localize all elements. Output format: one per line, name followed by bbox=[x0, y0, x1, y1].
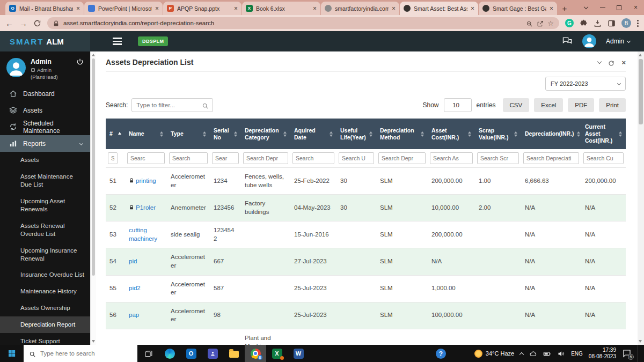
task-view-button[interactable] bbox=[137, 345, 159, 362]
column-header-asset-cost-inr[interactable]: Asset Cost(INR.) bbox=[428, 119, 475, 149]
sidebar-item-dashboard[interactable]: Dashboard bbox=[0, 85, 90, 102]
column-filter-input-9[interactable] bbox=[477, 152, 519, 164]
column-header-scrap-value-inr[interactable]: Scrap Value(INR.) bbox=[475, 119, 521, 149]
share-icon[interactable] bbox=[537, 20, 544, 27]
zoom-out-icon[interactable] bbox=[526, 20, 533, 27]
hamburger-menu-icon[interactable] bbox=[113, 38, 122, 45]
tab-close-icon[interactable]: × bbox=[155, 5, 159, 12]
sidebar-subitem-maintenance-history[interactable]: Maintenance History bbox=[0, 283, 90, 300]
browser-tab[interactable]: PAPQP Snap.pptx× bbox=[163, 2, 241, 15]
sort-icon[interactable] bbox=[514, 131, 517, 137]
taskbar-search[interactable] bbox=[24, 345, 137, 362]
show-desktop-button[interactable] bbox=[638, 345, 640, 362]
asset-name-link[interactable]: printing bbox=[136, 178, 156, 184]
tab-close-icon[interactable]: × bbox=[313, 5, 317, 12]
page-scrollbar[interactable] bbox=[638, 51, 644, 345]
pdf-export-button[interactable]: PDF bbox=[568, 98, 594, 112]
asset-name-link[interactable]: cutting machinery bbox=[129, 227, 157, 242]
column-header-depreciation-inr[interactable]: Depreciation(INR.) bbox=[521, 119, 581, 149]
tab-close-icon[interactable]: × bbox=[392, 5, 396, 12]
side-panel-icon[interactable] bbox=[608, 19, 616, 27]
tab-close-icon[interactable]: × bbox=[76, 5, 80, 12]
downloads-icon[interactable] bbox=[594, 19, 602, 27]
browser-tab[interactable]: XBook 6.xlsx× bbox=[242, 2, 320, 15]
sort-icon[interactable] bbox=[203, 131, 206, 137]
address-bar[interactable]: asset.smartfactoryindia.com/report-depre… bbox=[47, 17, 559, 29]
asset-name-link[interactable]: pid2 bbox=[129, 285, 141, 291]
panel-close-icon[interactable]: × bbox=[621, 59, 626, 66]
sort-icon[interactable] bbox=[118, 132, 121, 136]
tab-close-icon[interactable]: × bbox=[471, 5, 474, 12]
taskbar-app-edge[interactable] bbox=[159, 345, 180, 362]
onedrive-cloud-icon[interactable] bbox=[529, 350, 537, 358]
sidebar-subitem-ticket-support[interactable]: Ticket Support bbox=[0, 333, 90, 345]
panel-collapse-icon[interactable] bbox=[597, 60, 602, 64]
admin-menu[interactable]: Admin bbox=[606, 38, 630, 45]
fiscal-year-select[interactable]: FY 2022-2023 bbox=[545, 77, 626, 91]
sidebar-item-reports[interactable]: Reports bbox=[0, 135, 90, 152]
sidebar-subitem-upcoming-asset-renewals[interactable]: Upcoming Asset Renewals bbox=[0, 193, 90, 218]
sort-icon[interactable] bbox=[421, 131, 424, 137]
app-logo[interactable]: SMART ALM bbox=[0, 31, 90, 51]
sidebar-subitem-assets[interactable]: Assets bbox=[0, 152, 90, 168]
sidebar-subitem-upcoming-insurance-renewal[interactable]: Upcoming Insurance Renewal bbox=[0, 242, 90, 267]
forward-icon[interactable]: → bbox=[19, 19, 27, 27]
sort-icon[interactable] bbox=[160, 131, 163, 137]
scrollbar-thumb[interactable] bbox=[639, 59, 643, 124]
browser-tab[interactable]: PowerPoint | Microsof× bbox=[84, 2, 163, 15]
column-filter-input-2[interactable] bbox=[169, 152, 208, 164]
column-filter-input-10[interactable] bbox=[523, 152, 579, 164]
chat-icon[interactable] bbox=[562, 36, 573, 47]
battery-icon[interactable] bbox=[543, 350, 551, 358]
column-filter-input-8[interactable] bbox=[430, 152, 473, 164]
print-export-button[interactable]: Print bbox=[599, 98, 626, 112]
column-header-depreciation-category[interactable]: Depreciation Category bbox=[241, 119, 290, 149]
excel-export-button[interactable]: Excel bbox=[534, 98, 563, 112]
tab-search-icon[interactable] bbox=[577, 0, 594, 15]
column-filter-input-11[interactable] bbox=[583, 152, 624, 164]
column-header-aquired-date[interactable]: Aquired Date bbox=[290, 119, 336, 149]
taskbar-app-outlook[interactable]: O bbox=[180, 345, 202, 362]
column-header-type[interactable]: Type bbox=[167, 119, 210, 149]
column-header-[interactable]: # bbox=[106, 119, 125, 149]
column-header-useful-life-year[interactable]: Useful Life(Year) bbox=[336, 119, 376, 149]
browser-profile-avatar[interactable]: B bbox=[621, 18, 631, 28]
taskbar-weather[interactable]: 34°C Haze bbox=[474, 350, 514, 358]
csv-export-button[interactable]: CSV bbox=[503, 98, 530, 112]
sidebar-subitem-assets-ownership[interactable]: Assets Ownership bbox=[0, 300, 90, 316]
browser-menu-icon[interactable] bbox=[637, 20, 639, 27]
sidebar-item-assets[interactable]: Assets bbox=[0, 102, 90, 119]
panel-refresh-icon[interactable] bbox=[608, 59, 614, 65]
sort-icon[interactable] bbox=[619, 131, 622, 137]
column-filter-input-6[interactable] bbox=[339, 152, 374, 164]
column-filter-input-5[interactable] bbox=[292, 152, 334, 164]
scroll-up-arrow[interactable] bbox=[639, 54, 642, 56]
page-size-select[interactable]: 10 bbox=[444, 98, 472, 112]
bookmark-star-icon[interactable]: ☆ bbox=[547, 19, 554, 27]
taskbar-search-input[interactable] bbox=[40, 350, 126, 357]
taskbar-app-chrome[interactable]: B bbox=[245, 345, 266, 362]
sidebar-subitem-asset-maintenance-due-list[interactable]: Asset Maintenance Due List bbox=[0, 168, 90, 193]
column-filter-input-7[interactable] bbox=[378, 152, 426, 164]
browser-tab[interactable]: smartfactoryindia.com× bbox=[321, 2, 399, 15]
scrollbar-thumb[interactable] bbox=[92, 58, 95, 276]
sort-icon[interactable] bbox=[577, 131, 580, 137]
taskbar-app-excel[interactable]: X bbox=[266, 345, 288, 362]
tray-expand-icon[interactable] bbox=[519, 352, 524, 356]
maximize-button[interactable] bbox=[611, 0, 627, 15]
column-filter-input-0[interactable] bbox=[108, 152, 118, 164]
column-filter-input-1[interactable] bbox=[127, 152, 165, 164]
taskbar-clock[interactable]: 17:39 08-08-2023 bbox=[589, 347, 616, 360]
tab-close-icon[interactable]: × bbox=[550, 5, 553, 12]
start-button[interactable] bbox=[0, 345, 24, 362]
new-tab-button[interactable]: + bbox=[558, 2, 572, 15]
sidebar-subitem-assets-renewal-overdue-list[interactable]: Assets Renewal Overdue List bbox=[0, 218, 90, 242]
scroll-down-arrow[interactable] bbox=[92, 340, 95, 343]
taskbar-app-word[interactable]: W bbox=[288, 345, 309, 362]
column-header-current-asset-cost-inr[interactable]: Current Asset Cost(INR.) bbox=[581, 119, 626, 149]
power-icon[interactable] bbox=[76, 58, 84, 65]
sort-icon[interactable] bbox=[330, 131, 333, 137]
reload-icon[interactable] bbox=[33, 19, 41, 27]
column-filter-input-4[interactable] bbox=[243, 152, 288, 164]
asset-name-link[interactable]: pap bbox=[129, 312, 139, 318]
